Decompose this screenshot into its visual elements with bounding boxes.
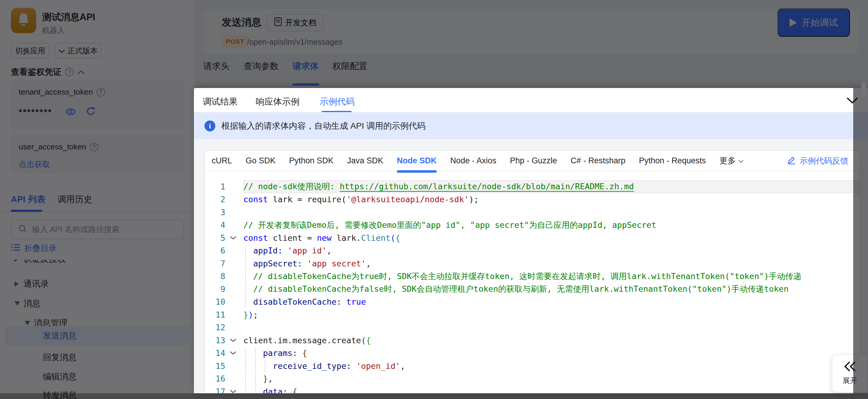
code-line-15: 15receive_id_type: 'open_id', [205, 360, 860, 372]
code-line-9: 9// disableTokenCache为false时, SDK会自动管理租户… [205, 283, 860, 296]
modal-overlay[interactable] [0, 393, 868, 399]
code-token: 'app id' [287, 246, 327, 255]
line-number: 3 [205, 208, 225, 217]
code-content: // disableTokenCache为false时, SDK会自动管理租户t… [243, 283, 860, 296]
modal-overlay[interactable] [0, 0, 868, 88]
line-number: 15 [205, 361, 225, 371]
info-icon: i [205, 121, 215, 131]
code-line-17: 17data: { [205, 385, 860, 393]
code-token: disableTokenCache: [253, 297, 346, 306]
code-content: const lark = require('@larksuiteoapi/nod… [243, 193, 860, 206]
code-content: }); [243, 308, 860, 321]
code-line-5: 5const client = new lark.Client({ [205, 231, 860, 244]
code-token: appId: [253, 246, 288, 255]
code-token: new [317, 233, 332, 242]
fold-chevron-icon[interactable] [225, 236, 241, 240]
code-link[interactable]: https://github.com/larksuite/node-sdk/bl… [340, 182, 634, 191]
code-content: // 开发者复制该Demo后, 需要修改Demo里面的"app id", "ap… [243, 219, 860, 232]
sdk-tab-php-guzzle[interactable]: Php - Guzzle [510, 156, 557, 165]
code-token: } [263, 374, 268, 383]
code-token: ( [361, 336, 366, 345]
sdk-tabs: cURLGo SDKPython SDKJava SDKNode SDKNode… [205, 151, 860, 171]
code-content: }, [243, 372, 860, 386]
page-scrollbar-thumb[interactable] [861, 82, 866, 98]
code-token: '@larksuiteoapi/node-sdk' [346, 195, 469, 204]
code-token: true [346, 297, 366, 306]
indent-guide [245, 258, 246, 269]
fold-chevron-icon[interactable] [225, 338, 241, 342]
code-line-1: 1// node-sdk使用说明: https://github.com/lar… [205, 180, 860, 193]
modal-overlay[interactable] [0, 88, 194, 393]
sdk-tab-node-sdk[interactable]: Node SDK [397, 156, 437, 165]
code-token: data: [263, 387, 292, 393]
line-number: 5 [205, 233, 225, 242]
indent-guide [255, 373, 256, 385]
code-token: ) [248, 310, 253, 320]
sdk-tab-c-restsharp[interactable]: C# - Restsharp [570, 156, 625, 165]
drawer-tab-0[interactable]: 调试结果 [203, 96, 238, 108]
code-token: lark. [332, 233, 361, 242]
code-token: // 开发者复制该Demo后, 需要修改Demo里面的"app id", "ap… [243, 220, 656, 230]
code-content: appId: 'app id', [243, 244, 860, 257]
code-content: // node-sdk使用说明: https://github.com/lark… [243, 180, 860, 193]
code-content: params: { [243, 347, 860, 360]
code-content: // disableTokenCache为true时, SDK不会主动拉取并缓存… [243, 270, 860, 283]
more-label: 更多 [720, 155, 736, 166]
line-number: 1 [205, 182, 225, 191]
sdk-tab-java-sdk[interactable]: Java SDK [347, 156, 383, 165]
line-number: 14 [205, 348, 225, 358]
code-token: ; [253, 310, 258, 320]
code-line-3: 3 [205, 206, 860, 219]
line-number: 12 [205, 323, 225, 332]
sample-code-feedback-link[interactable]: 示例代码反馈 [787, 151, 848, 171]
code-token: const [243, 195, 268, 204]
indent-guide [265, 360, 266, 372]
code-token: appSecret: [253, 259, 307, 268]
indent-guide [245, 283, 246, 295]
code-line-16: 16}, [205, 372, 860, 386]
code-line-14: 14params: { [205, 347, 860, 360]
code-line-6: 6appId: 'app id', [205, 244, 860, 257]
code-content: appSecret: 'app secret', [243, 257, 860, 270]
code-token: , [400, 361, 405, 371]
line-number: 13 [205, 336, 225, 345]
sdk-tab-node-axios[interactable]: Node - Axios [450, 156, 496, 165]
code-token: // disableTokenCache为true时, SDK不会主动拉取并缓存… [253, 271, 802, 281]
modal-overlay[interactable] [853, 88, 868, 393]
code-token: , [366, 259, 371, 268]
sdk-tab-python-sdk[interactable]: Python SDK [289, 156, 334, 165]
code-token: { [395, 233, 400, 242]
drawer-body: cURLGo SDKPython SDKJava SDKNode SDKNode… [194, 139, 868, 393]
code-line-4: 4// 开发者复制该Demo后, 需要修改Demo里面的"app id", "a… [205, 219, 860, 232]
code-token: // disableTokenCache为false时, SDK会自动管理租户t… [253, 284, 789, 294]
sdk-tab-curl[interactable]: cURL [212, 156, 232, 165]
drawer-tab-2[interactable]: 示例代码 [320, 96, 355, 108]
line-number: 8 [205, 271, 225, 281]
code-token: 'open_id' [356, 361, 400, 371]
info-banner: i 根据输入的请求体内容，自动生成 API 调用的示例代码 [194, 113, 868, 139]
code-content: receive_id_type: 'open_id', [243, 360, 860, 372]
indent-guide [245, 386, 246, 393]
fold-chevron-icon[interactable] [225, 351, 241, 355]
code-token: ); [469, 195, 479, 204]
code-token: receive_id_type: [273, 361, 356, 371]
code-token: { [302, 348, 307, 358]
line-number: 16 [205, 374, 225, 383]
sdk-more-dropdown[interactable]: 更多 [720, 155, 744, 166]
line-number: 9 [205, 285, 225, 294]
banner-text: 根据输入的请求体内容，自动生成 API 调用的示例代码 [221, 120, 426, 132]
code-token: const [243, 233, 268, 242]
code-token: } [243, 310, 248, 320]
code-token: Client [361, 233, 391, 242]
code-line-13: 13client.im.message.create({ [205, 334, 860, 347]
fold-chevron-icon[interactable] [225, 390, 241, 393]
code-line-12: 12 [205, 321, 860, 334]
sdk-tab-go-sdk[interactable]: Go SDK [246, 156, 276, 165]
drawer-tab-1[interactable]: 响应体示例 [256, 96, 300, 108]
code-token: { [292, 387, 298, 393]
code-content [243, 206, 860, 219]
sdk-tab-python-requests[interactable]: Python - Requests [639, 156, 706, 165]
code-line-8: 8// disableTokenCache为true时, SDK不会主动拉取并缓… [205, 270, 860, 283]
code-editor[interactable]: 1// node-sdk使用说明: https://github.com/lar… [205, 171, 860, 393]
indent-guide [245, 347, 246, 359]
